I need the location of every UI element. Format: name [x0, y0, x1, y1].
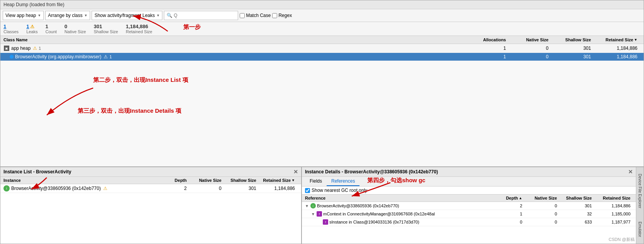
- col-depth-header: Depth ▲: [497, 196, 525, 200]
- class-icon: [10, 55, 14, 59]
- row-allocations: 1: [467, 46, 509, 51]
- ref-shallow: 32: [559, 212, 594, 216]
- classes-value[interactable]: 1: [3, 24, 6, 29]
- step3-annotation: 第三步，双击，出现Instance Details 项: [78, 107, 181, 115]
- bottom-panels: Instance List - BrowserActivity ✕ Instan…: [0, 166, 644, 244]
- col-retained-header: Retained Size: [594, 196, 633, 200]
- col-retained-size-label: Retained Size: [606, 37, 634, 42]
- col-classname-header: Class Name: [3, 37, 467, 42]
- emulator-button[interactable]: Emulator: [638, 222, 642, 237]
- row-retained-size: 1,184,886: [594, 46, 641, 51]
- native-size-label: Native Size: [65, 29, 86, 34]
- col-retained-size-header: Retained Size ▼: [594, 37, 641, 42]
- row-allocations: 1: [467, 54, 509, 59]
- ref-row[interactable]: f sInstance in Class@1904033136 (0x717d3…: [302, 218, 636, 226]
- classes-stat: 1 Classes: [3, 24, 19, 34]
- match-case-checkbox[interactable]: [240, 13, 245, 18]
- show-gc-checkbox[interactable]: [305, 188, 310, 193]
- instance-icon: i: [3, 185, 10, 191]
- chevron-down-icon: ▼: [84, 14, 87, 17]
- field-icon: f: [317, 211, 322, 217]
- step1-text: 第一步: [183, 24, 201, 30]
- step2-text: 第二步，双击，出现Instance List 项: [93, 76, 188, 83]
- col-reference-header: Reference: [305, 196, 497, 200]
- regex-checkbox[interactable]: [272, 13, 277, 18]
- ref-row[interactable]: ▼ f mContext in ConnectivityManager@3169…: [302, 210, 636, 218]
- row-retained-size: 1,184,886: [594, 54, 641, 59]
- col-retained-label: Retained Size: [263, 178, 291, 183]
- table-row[interactable]: ▣ app heap ⚠ 1 1 0 301 1,184,886: [0, 44, 644, 53]
- instance-detail-title: Instance Details - BrowserActivity@33860…: [302, 167, 636, 177]
- search-input[interactable]: [174, 13, 235, 18]
- ref-native: 0: [525, 203, 559, 208]
- match-case-text: Match Case: [246, 13, 271, 18]
- warning-icon: ⚠: [30, 24, 34, 29]
- col-depth-label: Depth: [506, 196, 518, 200]
- warning-icon: ⚠: [33, 46, 37, 51]
- ref-retained: 1,184,886: [594, 203, 633, 208]
- instance-detail-panel: Instance Details - BrowserActivity@33860…: [302, 167, 636, 244]
- view-app-heap-dropdown[interactable]: View app heap ▼: [3, 11, 44, 20]
- step3-text: 第三步，双击，出现Instance Details 项: [78, 107, 181, 114]
- ref-name-text: sInstance in Class@1904033136 (0x717d3d7…: [329, 220, 419, 224]
- instance-native: 0: [190, 186, 225, 191]
- close-icon[interactable]: ✕: [293, 169, 298, 175]
- col-retained-header: Retained Size ▼: [259, 178, 298, 183]
- col-native-header: Native Size: [190, 178, 225, 183]
- ref-depth: 2: [497, 203, 525, 208]
- package-icon: ▣: [3, 45, 10, 51]
- title-bar: Heap Dump (loaded from file): [0, 0, 644, 9]
- ref-depth: 0: [497, 220, 525, 224]
- expand-icon[interactable]: ▼: [311, 212, 317, 216]
- count-stat: 1 Count: [45, 24, 56, 34]
- row-name: app heap: [11, 46, 31, 51]
- step1-annotation-area: 第一步: [183, 24, 201, 31]
- watermark: CSDN @新稿: [609, 237, 635, 242]
- instance-retained: 1,184,886: [259, 186, 298, 191]
- tab-fields[interactable]: Fields: [305, 177, 327, 186]
- stats-bar: 1 Classes 1 ⚠ Leaks 1 Count 0 Native Siz…: [0, 22, 644, 36]
- col-native-header: Native Size: [525, 196, 559, 200]
- ref-name: ▼ f mContext in ConnectivityManager@3169…: [311, 211, 497, 217]
- instance-shallow: 301: [225, 186, 259, 191]
- step1-arrow: [129, 12, 175, 35]
- row-classname: BrowserActivity (org.appplay.minibrowser…: [3, 54, 467, 59]
- col-shallow-header: Shallow Size: [225, 178, 259, 183]
- native-size-stat: 0 Native Size: [65, 24, 86, 34]
- arrange-by-class-label: Arrange by class: [48, 13, 82, 18]
- step3-arrow: [24, 174, 101, 193]
- device-file-explorer-button[interactable]: Device File Explorer: [638, 174, 642, 208]
- main-table-header: Class Name Allocations Native Size Shall…: [0, 36, 644, 44]
- ref-shallow: 633: [559, 220, 594, 224]
- warning-icon: ⚠: [103, 186, 107, 191]
- leaks-value[interactable]: 1: [26, 24, 29, 29]
- fields-refs-bar: Fields References 第四步，勾选show gc: [302, 177, 636, 186]
- ref-row[interactable]: ▼ i BrowserActivity@338605936 (0x142eb77…: [302, 202, 636, 210]
- alloc-inline: 1: [109, 54, 112, 59]
- row-name: BrowserActivity (org.appplay.minibrowser…: [15, 54, 101, 59]
- shallow-size-label: Shallow Size: [94, 29, 118, 34]
- native-size-value: 0: [65, 24, 67, 29]
- count-value: 1: [45, 24, 48, 29]
- ref-name-text: BrowserActivity@338605936 (0x142eb770): [317, 203, 399, 208]
- instance-detail-title-text: Instance Details - BrowserActivity@33860…: [305, 169, 438, 175]
- ref-retained: 1,187,977: [594, 220, 633, 224]
- table-row[interactable]: BrowserActivity (org.appplay.minibrowser…: [0, 53, 644, 61]
- shallow-size-stat: 301 Shallow Size: [94, 24, 118, 34]
- field-icon: f: [323, 219, 328, 225]
- instance-icon: i: [310, 203, 316, 208]
- ref-shallow: 301: [559, 203, 594, 208]
- alloc-inline: 1: [39, 46, 41, 51]
- arrange-by-class-dropdown[interactable]: Arrange by class ▼: [45, 11, 90, 20]
- instance-list-panel: Instance List - BrowserActivity ✕ Instan…: [0, 167, 302, 244]
- ref-retained: 1,185,000: [594, 212, 633, 216]
- step4-arrow: [344, 181, 398, 200]
- regex-text: Regex: [278, 13, 292, 18]
- expand-icon[interactable]: ▼: [305, 204, 310, 208]
- view-app-heap-label: View app heap: [5, 13, 36, 18]
- col-native-size-header: Native Size: [509, 37, 552, 42]
- main-content: Class Name Allocations Native Size Shall…: [0, 36, 644, 166]
- leaks-label: Leaks: [26, 29, 37, 34]
- col-allocations-header: Allocations: [467, 37, 509, 42]
- close-icon[interactable]: ✕: [628, 169, 633, 175]
